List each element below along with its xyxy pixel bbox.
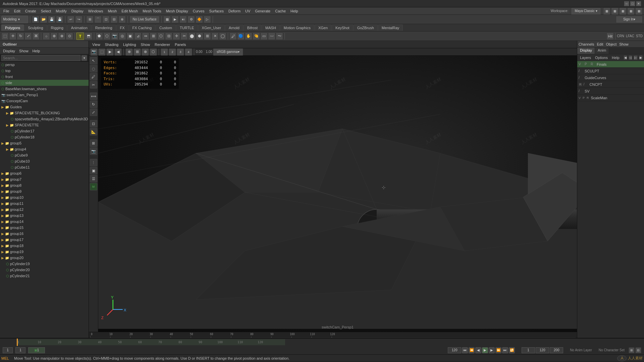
search-options-btn[interactable]: ▾ (81, 55, 87, 61)
start-frame-field[interactable]: 1 (3, 347, 13, 353)
layer-cncpt[interactable]: R / CNCPT (577, 81, 644, 88)
smear[interactable]: 〜 (276, 33, 283, 40)
rp-object[interactable]: Object (606, 42, 616, 46)
tab-arnold[interactable]: Arnold (225, 24, 243, 31)
outliner-item[interactable]: ▶ 📁group7 (0, 176, 89, 182)
display-smooth[interactable]: ⬒ (85, 33, 93, 40)
current-frame-field[interactable]: 1 (15, 347, 25, 353)
tab-fx-caching[interactable]: FX Caching (129, 24, 155, 31)
snap-grid[interactable]: ⊞ (86, 16, 94, 23)
gamma-dropdown[interactable]: sRGB gamma ▾ (213, 48, 243, 56)
tab-xgen-user[interactable]: XGen_User (198, 24, 225, 31)
render-settings[interactable]: ⚙ (187, 16, 195, 23)
vp-mode-4[interactable]: 4 (185, 48, 192, 56)
maximize-button[interactable]: □ (630, 1, 635, 6)
delete-edge[interactable]: ✕ (211, 33, 219, 40)
render-view[interactable]: ▷ (204, 16, 211, 23)
go-end-btn[interactable]: ⏭ (502, 347, 508, 353)
layout-btn-5[interactable]: ▦ (635, 7, 643, 15)
measure-btn[interactable]: 📐 (90, 128, 97, 135)
paint-tool[interactable]: 🖊 (90, 73, 97, 80)
tab-keyshot[interactable]: KeyShot (332, 24, 353, 31)
menu-edit[interactable]: Edit (12, 8, 22, 14)
tab-xgen[interactable]: XGen (315, 24, 331, 31)
rp-nav-prev2[interactable]: ◁ (629, 55, 632, 60)
layer-sculpt[interactable]: / SCULPT (577, 68, 644, 74)
snap-curve[interactable]: ⌒ (94, 16, 102, 23)
no-live-surface[interactable]: No Live Surface (129, 16, 160, 23)
bridge[interactable]: ⊟ (165, 33, 172, 40)
tab-bifrost[interactable]: Bifrost (244, 24, 261, 31)
outliner-item[interactable]: ⬡pCylinder21 (0, 273, 89, 279)
multi-cut[interactable]: ✂ (180, 33, 188, 40)
vp-menu-renderer[interactable]: Renderer (153, 42, 172, 47)
more-tools[interactable]: ⋮ (90, 159, 97, 166)
scale-tool[interactable]: ⤢ (24, 33, 32, 40)
layer-guidecurves[interactable]: / GuideCurves (577, 74, 644, 81)
open-btn[interactable]: 📂 (40, 16, 47, 23)
rp-subtab-options[interactable]: Options (594, 55, 609, 60)
tab-rendering[interactable]: Rendering (92, 24, 116, 31)
vp-select-mode[interactable]: ⊕ (125, 48, 133, 56)
pivot-obj[interactable]: ○ (43, 33, 50, 40)
vp-mode-1[interactable]: 1 (161, 48, 168, 56)
outliner-item[interactable]: 📷switchCam_Persp1 (0, 92, 89, 98)
redo-btn[interactable]: ↪ (75, 16, 83, 23)
tab-polygons[interactable]: Polygons (1, 24, 24, 31)
prev-key-btn[interactable]: ⏪ (469, 347, 475, 353)
outliner-item[interactable]: ⬡pCylinder18 (0, 134, 89, 140)
outliner-item[interactable]: ▶ 📁group10 (0, 194, 89, 200)
outliner-item[interactable]: ▶ 📁group8 (0, 182, 89, 188)
menu-mesh[interactable]: Mesh (106, 8, 119, 14)
layer-sv[interactable]: / SV (577, 88, 644, 95)
outliner-item[interactable]: ⬡pCylinder19 (0, 261, 89, 267)
fill-hole[interactable]: ⬤ (188, 33, 196, 40)
menu-display[interactable]: Display (69, 8, 86, 14)
scale-left[interactable]: ⤢ (90, 109, 97, 116)
select-tool-left[interactable]: ↖ (90, 57, 97, 64)
vp-mode-3[interactable]: 3 (177, 48, 184, 56)
save-btn[interactable]: 💾 (48, 16, 55, 23)
next-key-btn[interactable]: ⏩ (495, 347, 501, 353)
outliner-item[interactable]: ⬡spacvetteBody_4maya1:ZBrushPolyMesh3D (0, 116, 89, 122)
outliner-item[interactable]: ⬡persp (0, 62, 89, 68)
outliner-item[interactable]: ▶ 📁SPACEVETTE_BLOCKING (0, 110, 89, 116)
outliner-item[interactable]: ▶ 📁group4 (0, 146, 89, 152)
outliner-item[interactable]: ⬡pCube9 (0, 152, 89, 158)
render-seq-btn[interactable]: ▦ (163, 16, 171, 23)
menu-help[interactable]: Help (288, 8, 300, 14)
sign-in-dropdown[interactable]: Sign In ▾ (616, 16, 643, 23)
target-weld[interactable]: ⊞ (204, 33, 211, 40)
outliner-item[interactable]: ⬡side (0, 80, 89, 86)
cut-tool[interactable]: ✂ (90, 81, 97, 88)
search-input[interactable] (1, 55, 80, 61)
merge[interactable]: ⬢ (196, 33, 203, 40)
vp-frame[interactable]: ⬡ (150, 48, 157, 56)
tab-turtle[interactable]: TURTLE (176, 24, 198, 31)
outliner-menu-display[interactable]: Display (1, 49, 17, 53)
ipr-btn[interactable]: ⏯ (179, 16, 187, 23)
layout-btn-3[interactable]: ▦ (619, 7, 627, 15)
menu-file[interactable]: File (1, 8, 11, 14)
tab-mash[interactable]: MASH (262, 24, 280, 31)
move-tool[interactable]: ✛ (9, 33, 16, 40)
range-start[interactable]: 1 (522, 347, 535, 353)
close-button[interactable]: ✕ (636, 1, 641, 6)
menu-mesh-tools[interactable]: Mesh Tools (141, 8, 163, 14)
layout-btn-4[interactable]: ▦ (627, 7, 635, 15)
menu-surfaces[interactable]: Surfaces (207, 8, 226, 14)
symmetry[interactable]: ⇔ (142, 33, 149, 40)
outliner-item[interactable]: ▶ 📁group14 (0, 219, 89, 225)
outliner-item[interactable]: 📷ConceptCam (0, 98, 89, 104)
outliner-item[interactable]: ▶ 📁group18 (0, 243, 89, 249)
prev-frame-btn[interactable]: ◀ (475, 347, 481, 353)
outliner-item[interactable]: ▶ 📁group9 (0, 188, 89, 194)
render-btn[interactable]: ▶ (171, 16, 179, 23)
extrude[interactable]: ⊞ (150, 33, 157, 40)
outliner-item[interactable]: ⬡pCylinder20 (0, 267, 89, 273)
workspace-dropdown[interactable]: Maya Classic ▾ (571, 7, 601, 15)
layer-scaleman[interactable]: V P R ScaleMan (577, 95, 644, 101)
vp-mode-2[interactable]: 2 (169, 48, 176, 56)
snap-to-poly[interactable]: ⬟ (96, 33, 103, 40)
menu-uv[interactable]: UV (243, 8, 252, 14)
